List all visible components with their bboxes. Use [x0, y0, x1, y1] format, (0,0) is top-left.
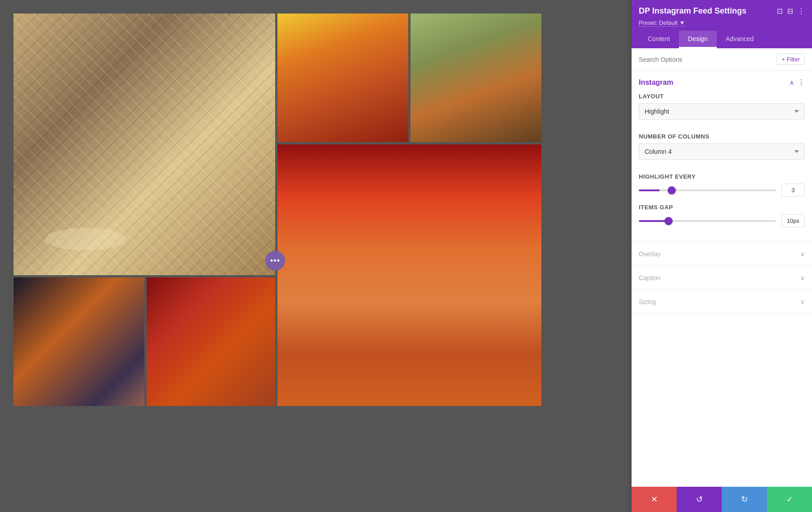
caption-section[interactable]: Caption ∨	[632, 266, 812, 290]
tab-advanced[interactable]: Advanced	[717, 31, 763, 48]
items-gap-label: Items Gap	[639, 204, 805, 211]
search-row: + Filter	[632, 48, 812, 71]
photo-preview-area: •••	[0, 0, 632, 512]
sizing-chevron-icon: ∨	[800, 298, 805, 305]
highlight-every-slider[interactable]	[639, 189, 776, 191]
undo-button[interactable]: ↺	[677, 487, 722, 512]
section-title: Instagram	[639, 78, 673, 87]
panel-header: DP Instagram Feed Settings ⊡ ⊟ ⋮ Preset:…	[632, 0, 812, 48]
highlight-every-slider-row: 3	[639, 184, 805, 197]
photo-top-right	[411, 14, 541, 142]
layout-field-group: Layout Highlight Grid Masonry Slider	[639, 93, 805, 126]
section-chevron-icon[interactable]: ∧	[789, 79, 794, 86]
cancel-button[interactable]: ✕	[632, 487, 677, 512]
overlay-section[interactable]: Overlay ∨	[632, 242, 812, 266]
confirm-icon: ✓	[786, 494, 793, 504]
tab-design[interactable]: Design	[679, 31, 717, 48]
panel-title-row: DP Instagram Feed Settings ⊡ ⊟ ⋮	[639, 6, 805, 16]
sizing-label: Sizing	[639, 298, 656, 305]
photo-bot-left	[14, 277, 144, 406]
panel-body: + Filter Instagram ∧ ⋮ Layout Highlight …	[632, 48, 812, 487]
more-icon[interactable]: ⋮	[798, 7, 805, 15]
sizing-section[interactable]: Sizing ∨	[632, 290, 812, 314]
highlight-every-label: Highlight Every	[639, 173, 805, 180]
tab-content[interactable]: Content	[639, 31, 679, 48]
section-header-icons: ∧ ⋮	[789, 78, 805, 87]
caption-chevron-icon: ∨	[800, 274, 805, 281]
settings-panel: DP Instagram Feed Settings ⊡ ⊟ ⋮ Preset:…	[632, 0, 812, 512]
photo-bottom-row	[0, 390, 271, 512]
cancel-icon: ✕	[651, 494, 658, 504]
section-dots-icon[interactable]: ⋮	[798, 78, 805, 87]
more-options-button[interactable]: •••	[265, 251, 285, 271]
layout-label: Layout	[639, 93, 805, 100]
columns-field-group: Number of columns Column 1 Column 2 Colu…	[639, 133, 805, 166]
columns-select[interactable]: Column 1 Column 2 Column 3 Column 4 Colu…	[639, 143, 805, 160]
panel-preset[interactable]: Preset: Default ▼	[639, 19, 805, 26]
dots-icon: •••	[270, 256, 280, 266]
photo-large-picnic	[14, 14, 275, 275]
instagram-section: Instagram ∧ ⋮ Layout Highlight Grid Maso…	[632, 71, 812, 242]
items-gap-value: 10px	[781, 214, 805, 227]
confirm-button[interactable]: ✓	[767, 487, 812, 512]
overlay-chevron-icon: ∨	[800, 250, 805, 258]
filter-button[interactable]: + Filter	[777, 54, 805, 65]
action-bar: ✕ ↺ ↻ ✓	[632, 487, 812, 512]
caption-label: Caption	[639, 274, 660, 281]
items-gap-slider[interactable]	[639, 220, 776, 222]
highlight-every-field-group: Highlight Every 3	[639, 173, 805, 197]
minimize-icon[interactable]: ⊡	[777, 7, 783, 15]
expand-icon[interactable]: ⊟	[787, 7, 793, 15]
redo-button[interactable]: ↻	[722, 487, 767, 512]
panel-title-icons: ⊡ ⊟ ⋮	[777, 7, 805, 15]
section-header: Instagram ∧ ⋮	[639, 78, 805, 87]
overlay-label: Overlay	[639, 250, 660, 258]
panel-title: DP Instagram Feed Settings	[639, 6, 747, 16]
items-gap-slider-row: 10px	[639, 214, 805, 227]
photo-bot-mid	[147, 277, 275, 406]
search-input[interactable]	[639, 56, 773, 63]
photo-right-large	[277, 144, 541, 406]
highlight-every-value: 3	[781, 184, 805, 197]
undo-icon: ↺	[696, 494, 703, 504]
photo-top-mid	[277, 14, 408, 142]
items-gap-field-group: Items Gap 10px	[639, 204, 805, 227]
redo-icon: ↻	[741, 494, 748, 504]
columns-label: Number of columns	[639, 133, 805, 140]
layout-select[interactable]: Highlight Grid Masonry Slider	[639, 103, 805, 120]
svg-point-0	[45, 228, 126, 250]
panel-tabs: Content Design Advanced	[639, 31, 805, 48]
